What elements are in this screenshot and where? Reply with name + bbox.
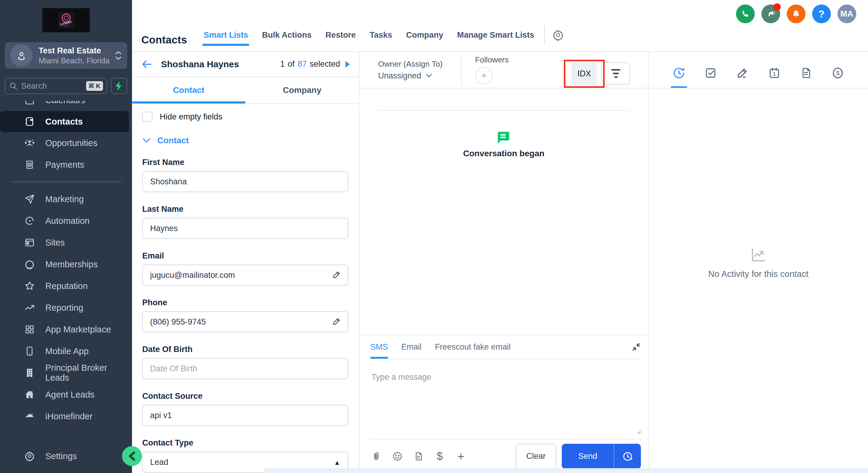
resize-handle[interactable] (635, 428, 642, 435)
edit-phone-button[interactable] (332, 316, 342, 326)
collapse-composer-button[interactable] (631, 342, 642, 352)
arrow-left-icon (141, 60, 152, 69)
sidebar-item-automation[interactable]: Automation (0, 210, 132, 232)
contact-section-header[interactable]: Contact (142, 136, 348, 145)
brand-logo: Leader - CRM - (0, 0, 132, 32)
chevron-left-icon (128, 451, 136, 461)
tab-documents[interactable] (796, 58, 817, 88)
pager-total[interactable]: 87 (298, 60, 307, 69)
location-switcher[interactable]: Test Real Estate Miami Beach, Florida (5, 42, 127, 69)
search-shortcut-badge: ⌘ K (86, 81, 103, 91)
switcher-chevrons-icon (115, 51, 122, 60)
hide-empty-fields-toggle[interactable]: Hide empty fields (142, 112, 348, 122)
location-pin-icon (10, 44, 33, 67)
quick-actions-button[interactable] (111, 78, 127, 94)
tab-company[interactable]: Company (246, 77, 359, 103)
pager-current: 1 (280, 60, 285, 69)
sidebar-item-opportunities[interactable]: Opportunities (0, 132, 132, 154)
composer-tab-freescout[interactable]: Freescout fake email (435, 335, 511, 359)
sidebar-item-reporting[interactable]: Reporting (0, 297, 132, 318)
sidebar-item-contacts[interactable]: Contacts (0, 111, 129, 132)
sidebar-item-app-marketplace[interactable]: App Marketplace (0, 318, 132, 340)
sidebar-item-memberships[interactable]: Memberships (0, 254, 132, 275)
first-name-input[interactable] (142, 171, 348, 192)
last-name-input[interactable] (142, 218, 348, 239)
compress-icon (631, 342, 642, 352)
sidebar-item-calendars[interactable]: Calendars (0, 101, 132, 111)
tab-contact[interactable]: Contact (132, 77, 246, 103)
user-avatar[interactable]: MA (837, 4, 856, 23)
sidebar-item-principal-broker-leads[interactable]: Principal Broker Leads (0, 362, 132, 384)
conversation-body: Conversation began (360, 89, 648, 335)
bell-icon (792, 9, 801, 19)
gear-icon (24, 450, 36, 462)
lightning-icon (115, 81, 123, 91)
tab-appointments[interactable]: 1 (764, 58, 785, 88)
clear-button[interactable]: Clear (516, 444, 556, 469)
tab-payments[interactable]: $ (827, 58, 848, 88)
schedule-send-button[interactable] (614, 444, 641, 469)
chevron-down-icon (426, 74, 432, 78)
sidebar-item-sites[interactable]: Sites (0, 232, 132, 254)
contact-source-input[interactable] (142, 405, 348, 426)
home-icon (24, 388, 36, 401)
document-icon (414, 451, 424, 462)
sidebar-item-mobile-app[interactable]: Mobile App (0, 340, 132, 362)
date-of-birth-input[interactable] (142, 358, 348, 379)
notifications-button[interactable] (787, 4, 805, 23)
sidebar-item-agent-leads[interactable]: Agent Leads (0, 384, 132, 405)
next-contact-button[interactable] (345, 61, 350, 68)
search-input[interactable]: Search ⌘ K (5, 78, 107, 94)
tab-manage-smart-lists[interactable]: Manage Smart Lists (457, 31, 534, 46)
svg-text:1: 1 (773, 71, 776, 76)
tab-tasks[interactable]: Tasks (370, 31, 392, 46)
back-button[interactable] (141, 60, 152, 69)
contact-name: Shoshana Haynes (161, 59, 280, 69)
tab-bulk-actions[interactable]: Bulk Actions (262, 31, 311, 46)
activity-empty-state: No Activity for this contact (649, 52, 868, 473)
sidebar-item-ihomefinder[interactable]: iHomefinder (0, 405, 132, 427)
add-follower-button[interactable]: + (475, 67, 493, 85)
composer-tab-sms[interactable]: SMS (370, 335, 388, 359)
idx-button[interactable]: IDX (571, 62, 597, 86)
send-button[interactable]: Send (562, 444, 614, 469)
hide-empty-checkbox[interactable] (142, 112, 153, 122)
badge-icon (24, 258, 36, 270)
announcements-button[interactable] (762, 4, 780, 23)
contacts-settings-gear-button[interactable] (552, 29, 564, 41)
tab-smart-lists[interactable]: Smart Lists (204, 31, 248, 46)
message-input[interactable] (370, 359, 642, 439)
owner-label: Owner (Assign To) (378, 60, 461, 69)
play-right-icon (345, 61, 350, 68)
tab-activity-history[interactable] (669, 58, 689, 88)
tab-notes[interactable] (732, 58, 753, 88)
templates-button[interactable] (412, 450, 425, 463)
roof-icon (24, 410, 36, 422)
star-icon (24, 280, 36, 292)
sidebar-item-settings[interactable]: Settings (0, 445, 132, 467)
automation-icon (24, 215, 36, 227)
phone-input[interactable] (142, 311, 348, 332)
emoji-button[interactable] (392, 450, 403, 463)
phone-device-icon (24, 345, 36, 357)
dialer-button[interactable] (736, 4, 755, 23)
help-button[interactable]: ? (812, 4, 831, 23)
sidebar-item-marketing[interactable]: Marketing (0, 188, 132, 210)
dollar-icon: $ (437, 450, 443, 463)
field-phone: Phone (142, 298, 348, 332)
request-payment-button[interactable]: $ (434, 450, 446, 463)
more-attachments-button[interactable]: + (455, 450, 467, 463)
email-input[interactable] (142, 265, 348, 286)
tab-restore[interactable]: Restore (325, 31, 356, 46)
tab-tasks[interactable] (700, 58, 721, 88)
megaphone-icon (766, 9, 776, 19)
sidebar-item-payments[interactable]: Payments (0, 154, 132, 175)
tab-company[interactable]: Company (406, 31, 443, 46)
composer-tab-email[interactable]: Email (401, 335, 422, 359)
attach-file-button[interactable] (370, 450, 382, 463)
sidebar-item-reputation[interactable]: Reputation (0, 275, 132, 297)
edit-email-button[interactable] (332, 270, 342, 279)
conversation-filter-button[interactable] (601, 62, 630, 85)
sidebar-collapse-button[interactable] (122, 446, 142, 466)
owner-dropdown[interactable]: Unassigned (378, 71, 461, 80)
